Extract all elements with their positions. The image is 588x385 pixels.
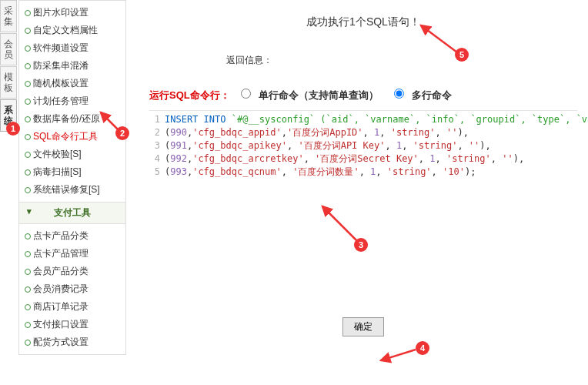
sql-editor[interactable]: 1INSERT INTO `#@__sysconfig` (`aid`, `va…	[149, 110, 577, 186]
sidebar-item[interactable]: 图片水印设置	[19, 4, 125, 22]
line-number: 2	[149, 126, 165, 139]
code-line: (992,'cfg_bdqc_arcretkey', '百度分词Secret K…	[165, 152, 524, 166]
sidebar-item[interactable]: 支付接口设置	[19, 316, 125, 333]
button-row: 确定	[149, 317, 577, 336]
run-sql-line: 运行SQL命令行： 单行命令（支持简单查询） 多行命令	[149, 85, 577, 105]
annotation-badge-1: 1	[6, 122, 20, 136]
sidebar-item[interactable]: 系统错误修复[S]	[19, 181, 125, 199]
sidebar-menu-pay: 点卡产品分类 点卡产品管理 会员产品分类 会员消费记录 商店订单记录 支付接口设…	[19, 224, 125, 354]
code-line: (993,'cfg_bdqc_qcnum', '百度分词数量', 1, 'str…	[165, 166, 476, 179]
annotation-badge-5: 5	[455, 48, 469, 62]
sidebar-item[interactable]: 配货方式设置	[19, 333, 125, 351]
arrow-icon	[377, 346, 419, 365]
sidebar-item[interactable]: 随机模板设置	[19, 75, 125, 92]
main-panel: 成功执行1个SQL语句！ 返回信息： 运行SQL命令行： 单行命令（支持简单查询…	[139, 0, 588, 385]
sidebar-item[interactable]: 自定义文档属性	[19, 22, 125, 39]
annotation-badge-3: 3	[354, 238, 368, 252]
success-message: 成功执行1个SQL语句！	[149, 15, 577, 29]
sidebar: 图片水印设置 自定义文档属性 软件频道设置 防采集串混淆 随机模板设置 计划任务…	[18, 0, 126, 355]
chevron-down-icon: ▾	[27, 206, 32, 216]
radio-multi-line-label: 多行命令	[412, 89, 452, 101]
line-number: 4	[149, 152, 165, 166]
sidebar-item[interactable]: 会员消费记录	[19, 280, 125, 298]
sidebar-item[interactable]: 点卡产品管理	[19, 245, 125, 263]
sidebar-item[interactable]: 商店订单记录	[19, 298, 125, 316]
annotation-badge-4: 4	[416, 341, 429, 355]
sidebar-item[interactable]: 文件校验[S]	[19, 146, 125, 163]
line-number: 5	[149, 166, 165, 179]
sidebar-section-pay[interactable]: ▾ 支付工具	[19, 202, 125, 224]
code-line: (991,'cfg_bdqc_apikey', '百度分词API Key', 1…	[165, 139, 491, 152]
annotation-badge-2: 2	[115, 126, 129, 140]
sidebar-item[interactable]: 防采集串混淆	[19, 57, 125, 75]
radio-single-line[interactable]	[241, 89, 251, 99]
tab-member[interactable]: 会员	[0, 33, 17, 65]
vertical-tabs: 采集 会员 模板 系统	[0, 0, 17, 132]
tab-collect[interactable]: 采集	[0, 0, 17, 32]
return-info-label: 返回信息：	[226, 54, 577, 67]
sidebar-item[interactable]: 病毒扫描[S]	[19, 163, 125, 181]
sidebar-item[interactable]: 软件频道设置	[19, 39, 125, 57]
confirm-button[interactable]: 确定	[342, 317, 384, 336]
line-number: 1	[149, 113, 165, 126]
radio-multi-line[interactable]	[394, 89, 404, 99]
line-number: 3	[149, 139, 165, 152]
sidebar-section-label: 支付工具	[54, 207, 91, 218]
sidebar-item[interactable]: 会员产品分类	[19, 263, 125, 280]
radio-single-line-label: 单行命令（支持简单查询）	[259, 89, 379, 101]
code-line: INSERT INTO `#@__sysconfig` (`aid`, `var…	[165, 113, 588, 126]
tab-template[interactable]: 模板	[0, 66, 17, 99]
code-line: (990,'cfg_bdqc_appid','百度分词AppID', 1, 's…	[165, 126, 469, 139]
sidebar-menu-system: 图片水印设置 自定义文档属性 软件频道设置 防采集串混淆 随机模板设置 计划任务…	[19, 1, 125, 202]
sidebar-item[interactable]: 点卡产品分类	[19, 227, 125, 245]
run-sql-label: 运行SQL命令行：	[149, 89, 230, 101]
